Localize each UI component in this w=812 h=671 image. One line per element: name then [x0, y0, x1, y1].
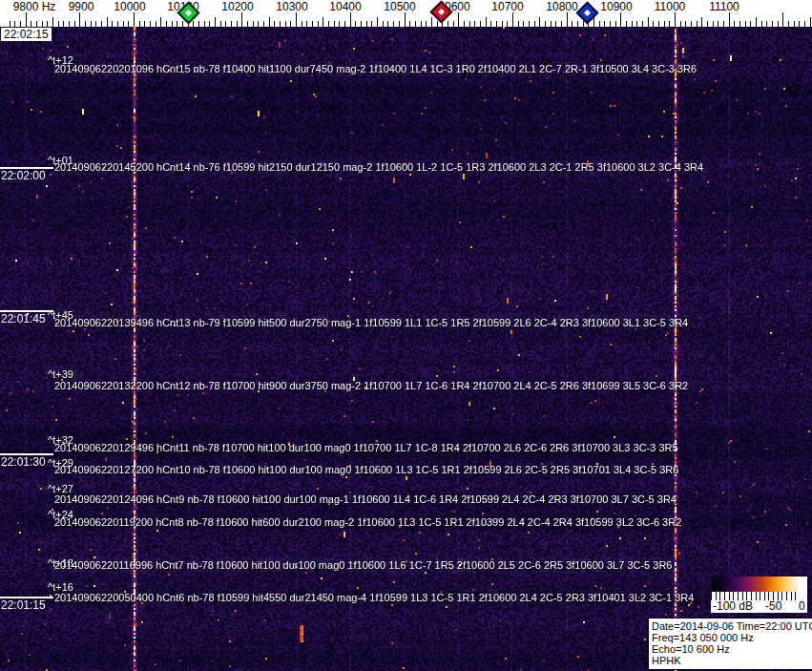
info-echo-line: Echo=10 600 Hz	[652, 643, 809, 655]
info-station-line: HPHK	[652, 655, 809, 666]
freq-tick-label: 10500	[371, 0, 428, 13]
time-label: 22:01:30	[1, 455, 46, 469]
echo-data-line: 20140906220116996 hCnt7 nb-78 f10600 hit…	[54, 559, 672, 571]
scale-label-max: 0	[799, 599, 805, 613]
echo-data-line: 20140906220201096 hCnt15 nb-78 f10400 hi…	[54, 63, 697, 74]
time-label: 22:02:00	[1, 169, 46, 182]
time-label: 22:02:15	[1, 28, 52, 41]
amplitude-scale: -100 dB -50 0	[711, 577, 807, 613]
time-label: 22:01:15	[1, 598, 46, 612]
echo-marker-label: ^t+39	[48, 368, 73, 380]
echo-data-line: 20140906220050400 hCnt6 nb-78 f10599 hit…	[54, 592, 694, 603]
freq-tick-label: 11100	[696, 0, 753, 13]
freq-tick-label: 10000	[101, 0, 158, 13]
echo-data-line: 20140906220124096 hCnt9 nb-78 f10600 hit…	[54, 493, 677, 505]
frequency-ruler: 9800 Hz 9900 10000 10100 10200 10300 104…	[0, 0, 812, 27]
info-date-line: Date=2014-09-06 Time=22:00 UTC	[652, 620, 809, 632]
echo-data-line: 20140906220139496 hCnt13 nb-79 f10599 hi…	[54, 317, 688, 328]
echo-data-line: 20140906220145200 hCnt14 nb-76 f10599 hi…	[54, 161, 703, 173]
echo-data-line: 20140906220129496 hCnt11 nb-78 f10700 hi…	[54, 442, 678, 453]
freq-tick-label: 10400	[317, 0, 374, 13]
echo-data-line: 20140906220127200 hCnt10 nb-78 f10600 hi…	[54, 464, 678, 475]
freq-tick-label: 10700	[479, 0, 536, 13]
echo-data-line: 20140906220132200 hCnt12 nb-78 f10700 hi…	[54, 380, 688, 391]
station-info-box: Date=2014-09-06 Time=22:00 UTC Freq=143 …	[648, 618, 812, 670]
echo-data-line: 20140906220119200 hCnt8 nb-78 f10600 hit…	[54, 516, 681, 528]
spectrum-lab-window: 9800 Hz 9900 10000 10100 10200 10300 104…	[0, 0, 812, 671]
spectrogram-waterfall	[0, 27, 812, 671]
color-gradient-bar	[711, 577, 800, 592]
scale-label-mid: -50	[765, 599, 781, 613]
freq-tick-label: 10300	[263, 0, 321, 13]
time-label: 22:01:45	[1, 312, 46, 325]
scale-label-min: -100 dB	[713, 599, 753, 613]
info-freq-line: Freq=143 050 000 Hz	[652, 632, 809, 643]
freq-tick-label: 10200	[209, 0, 266, 13]
freq-tick-label: 11000	[641, 0, 698, 13]
